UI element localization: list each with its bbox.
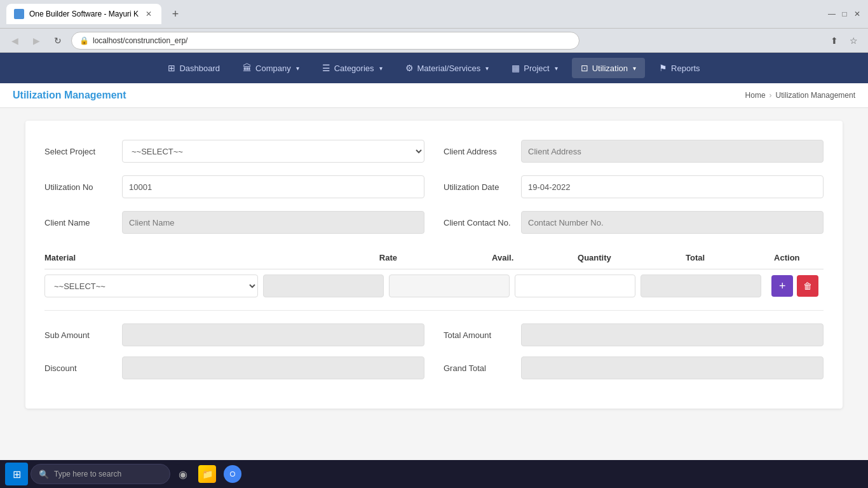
- utilization-no-input[interactable]: [122, 175, 424, 198]
- company-icon: 🏛: [243, 63, 252, 73]
- nav-company[interactable]: 🏛 Company ▾: [234, 58, 308, 78]
- quantity-cell: [515, 274, 635, 297]
- quantity-input[interactable]: [515, 274, 635, 297]
- tab-favicon: [14, 9, 24, 19]
- forward-button[interactable]: ▶: [28, 32, 44, 49]
- nav-company-label: Company: [255, 64, 291, 73]
- select-project-dropdown[interactable]: ~~SELECT~~: [122, 140, 424, 163]
- refresh-button[interactable]: ↻: [50, 32, 66, 49]
- utilization-no-label: Utilization No: [44, 182, 114, 192]
- total-input[interactable]: [641, 274, 761, 297]
- project-arrow: ▾: [555, 65, 558, 72]
- col-header-avail: Avail.: [457, 253, 548, 262]
- nav-dashboard[interactable]: ⊞ Dashboard: [159, 58, 229, 78]
- tab-close-button[interactable]: ✕: [144, 9, 154, 19]
- nav-reports[interactable]: ⚑ Reports: [650, 58, 709, 78]
- share-icon[interactable]: ⬆: [826, 32, 843, 49]
- utilization-icon: ⊡: [581, 63, 588, 73]
- action-cell: + 🗑: [766, 275, 824, 297]
- select-project-group: Select Project ~~SELECT~~: [44, 140, 424, 163]
- tab-title: One Builder Software - Mayuri K: [29, 10, 139, 18]
- delete-row-button[interactable]: 🗑: [797, 275, 818, 297]
- client-address-group: Client Address: [444, 140, 824, 163]
- client-address-label: Client Address: [444, 147, 513, 156]
- address-bar[interactable]: 🔒 localhost/construnction_erp/: [71, 32, 580, 50]
- table-header: Material Rate Avail. Quantity Total Acti…: [44, 247, 824, 269]
- discount-label: Discount: [44, 363, 114, 373]
- material-arrow: ▾: [485, 65, 489, 72]
- nav-material-services[interactable]: ⚙ Material/Services ▾: [397, 58, 498, 78]
- taskbar-file-explorer[interactable]: 📁: [196, 463, 219, 485]
- client-contact-label: Client Contact No.: [444, 218, 513, 227]
- categories-arrow: ▾: [379, 65, 383, 72]
- categories-icon: ☰: [322, 63, 330, 73]
- avail-cell: [389, 274, 510, 297]
- breadcrumb-current: Utilization Management: [776, 91, 855, 100]
- form-row-1: Select Project ~~SELECT~~ Client Address: [44, 140, 824, 163]
- cortana-icon: ◉: [179, 468, 187, 480]
- page-content: Utilization Management Home › Utilizatio…: [0, 83, 868, 460]
- nav-project[interactable]: ▦ Project ▾: [503, 58, 566, 78]
- utilization-date-group: Utilization Date: [444, 175, 824, 198]
- grand-total-input[interactable]: [521, 356, 824, 379]
- utilization-date-input[interactable]: [521, 175, 824, 198]
- sub-amount-group: Sub Amount: [44, 323, 424, 346]
- client-name-input[interactable]: [122, 211, 424, 234]
- breadcrumb-separator: ›: [770, 91, 772, 100]
- sub-amount-input[interactable]: [122, 323, 424, 346]
- client-name-label: Client Name: [44, 218, 114, 227]
- start-button[interactable]: ⊞: [5, 463, 28, 485]
- close-button[interactable]: ✕: [853, 10, 862, 18]
- material-select[interactable]: ~~SELECT~~: [44, 274, 258, 297]
- client-address-input[interactable]: [521, 140, 824, 163]
- total-amount-input[interactable]: [521, 323, 824, 346]
- page-title: Utilization Management: [13, 90, 126, 101]
- discount-input[interactable]: [122, 356, 424, 379]
- nav-project-label: Project: [524, 64, 549, 73]
- maximize-button[interactable]: □: [840, 10, 849, 18]
- utilization-no-group: Utilization No: [44, 175, 424, 198]
- utilization-arrow: ▾: [633, 65, 636, 72]
- col-header-rate: Rate: [320, 253, 457, 262]
- minimize-button[interactable]: —: [827, 10, 836, 18]
- table-section: Material Rate Avail. Quantity Total Acti…: [44, 247, 824, 297]
- back-button[interactable]: ◀: [6, 32, 23, 49]
- bookmark-icon[interactable]: ☆: [845, 32, 862, 49]
- new-tab-button[interactable]: +: [166, 5, 184, 23]
- taskbar-search[interactable]: 🔍 Type here to search: [31, 464, 170, 484]
- total-amount-label: Total Amount: [444, 330, 513, 340]
- taskbar-chrome[interactable]: [221, 463, 244, 485]
- breadcrumb-home[interactable]: Home: [745, 91, 766, 100]
- form-row-3: Client Name Client Contact No.: [44, 211, 824, 234]
- cortana-button[interactable]: ◉: [173, 464, 193, 484]
- material-icon: ⚙: [405, 63, 414, 73]
- grand-total-label: Grand Total: [444, 363, 513, 373]
- breadcrumb-bar: Utilization Management Home › Utilizatio…: [0, 83, 868, 108]
- form-row-2: Utilization No Utilization Date: [44, 175, 824, 198]
- form-container: Select Project ~~SELECT~~ Client Address…: [25, 121, 843, 409]
- nav-reports-label: Reports: [671, 64, 700, 73]
- client-contact-input[interactable]: [521, 211, 824, 234]
- taskbar: ⊞ 🔍 Type here to search ◉ 📁: [0, 460, 868, 488]
- search-icon: 🔍: [39, 470, 49, 479]
- table-row: ~~SELECT~~ + 🗑: [44, 274, 824, 297]
- nav-utilization[interactable]: ⊡ Utilization ▾: [572, 58, 645, 78]
- dashboard-icon: ⊞: [168, 63, 175, 73]
- select-project-label: Select Project: [44, 147, 114, 156]
- total-cell: [641, 274, 761, 297]
- avail-input[interactable]: [389, 274, 510, 297]
- discount-group: Discount: [44, 356, 424, 379]
- browser-tab[interactable]: One Builder Software - Mayuri K ✕: [6, 4, 161, 24]
- col-header-material: Material: [44, 253, 320, 262]
- add-row-button[interactable]: +: [771, 275, 793, 297]
- toolbar-icons: ⬆ ☆: [826, 32, 862, 49]
- sub-amount-label: Sub Amount: [44, 330, 114, 340]
- rate-cell: [263, 274, 384, 297]
- client-name-group: Client Name: [44, 211, 424, 234]
- svg-point-2: [231, 472, 234, 476]
- company-arrow: ▾: [296, 65, 299, 72]
- reports-icon: ⚑: [659, 63, 667, 73]
- rate-input[interactable]: [263, 274, 384, 297]
- browser-chrome: One Builder Software - Mayuri K ✕ + — □ …: [0, 0, 868, 29]
- nav-categories[interactable]: ☰ Categories ▾: [313, 58, 391, 78]
